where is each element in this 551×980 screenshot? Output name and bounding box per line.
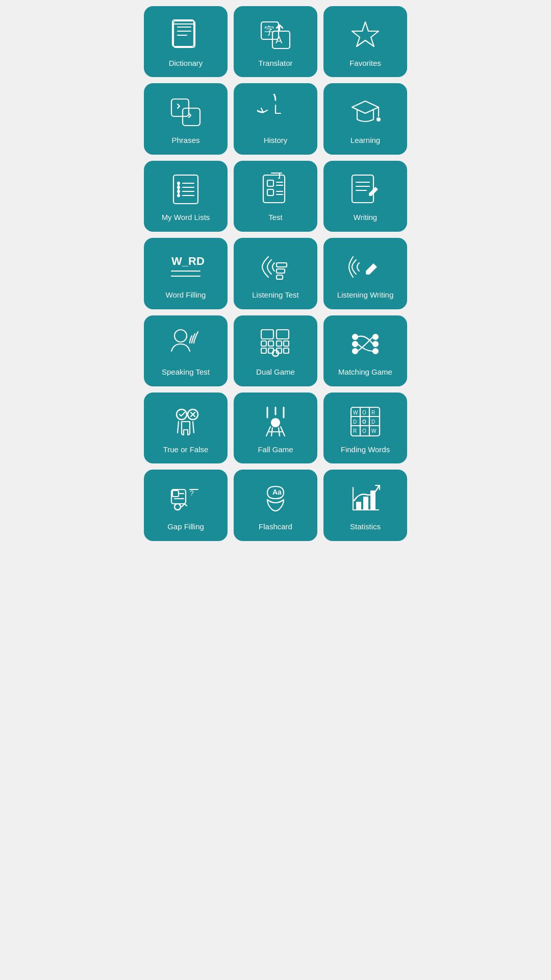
tile-writing[interactable]: Writing [323, 161, 407, 232]
svg-rect-26 [263, 175, 285, 203]
svg-text:R: R [353, 428, 357, 434]
gap-filling-icon: ? [167, 480, 204, 517]
svg-text:W_RD: W_RD [171, 255, 204, 267]
svg-rect-45 [261, 330, 273, 339]
svg-point-15 [377, 118, 380, 121]
test-label: Test [268, 213, 283, 222]
statistics-icon [347, 480, 384, 517]
tile-favorites[interactable]: Favorites [323, 6, 407, 77]
svg-text:D: D [353, 419, 357, 425]
tile-history[interactable]: History [234, 83, 317, 154]
my-word-lists-icon [167, 171, 204, 208]
svg-rect-54 [284, 348, 289, 353]
svg-text:D: D [371, 419, 375, 425]
learning-label: Learning [350, 136, 380, 145]
tile-translator[interactable]: 字ATranslator [234, 6, 317, 77]
svg-point-85 [174, 504, 181, 510]
svg-rect-91 [363, 497, 368, 510]
tile-test[interactable]: Test [234, 161, 317, 232]
listening-writing-label: Listening Writing [337, 290, 394, 300]
phrases-label: Phrases [171, 136, 199, 145]
svg-text:O: O [362, 428, 366, 434]
tile-listening-test[interactable]: Listening Test [234, 238, 317, 309]
svg-rect-30 [267, 189, 273, 195]
svg-rect-0 [173, 21, 195, 47]
svg-point-61 [373, 349, 378, 354]
svg-point-59 [373, 334, 378, 339]
tile-true-or-false[interactable]: True or False [144, 393, 228, 463]
svg-point-57 [353, 341, 358, 347]
svg-rect-84 [172, 491, 179, 497]
tile-flashcard[interactable]: AaFlashcard [234, 470, 317, 541]
svg-point-56 [353, 334, 358, 339]
dictionary-label: Dictionary [169, 59, 203, 68]
svg-text:A: A [276, 34, 283, 45]
svg-rect-43 [277, 275, 283, 279]
svg-point-23 [178, 186, 180, 188]
flashcard-icon: Aa [257, 480, 294, 517]
svg-point-58 [353, 349, 358, 354]
tile-matching-game[interactable]: Matching Game [323, 315, 407, 386]
finding-words-label: Finding Words [341, 445, 390, 454]
history-label: History [264, 136, 288, 145]
favorites-icon [347, 17, 384, 54]
tile-finding-words[interactable]: WORDODROWFinding Words [323, 393, 407, 463]
svg-point-67 [271, 419, 280, 427]
gap-filling-label: Gap Filling [167, 522, 204, 531]
svg-rect-51 [277, 341, 282, 346]
svg-rect-48 [261, 348, 266, 353]
favorites-label: Favorites [349, 59, 381, 68]
my-word-lists-label: My Word Lists [162, 213, 210, 222]
svg-marker-10 [352, 22, 379, 46]
tile-word-filling[interactable]: W_RDWord Filling [144, 238, 228, 309]
main-grid: Dictionary字ATranslatorFavoritesPhrasesHi… [138, 0, 413, 547]
matching-game-icon [347, 326, 384, 362]
phrases-icon [167, 94, 204, 131]
listening-test-label: Listening Test [252, 290, 298, 300]
svg-rect-90 [356, 502, 361, 510]
svg-point-24 [178, 190, 180, 192]
svg-rect-50 [277, 330, 289, 339]
tile-my-word-lists[interactable]: My Word Lists [144, 161, 228, 232]
speaking-test-label: Speaking Test [162, 368, 210, 377]
translator-label: Translator [259, 59, 293, 68]
listening-writing-icon [347, 249, 384, 285]
tile-dictionary[interactable]: Dictionary [144, 6, 228, 77]
svg-text:?: ? [190, 489, 194, 497]
flashcard-label: Flashcard [259, 522, 292, 531]
tile-fall-game[interactable]: Fall Game [234, 393, 317, 463]
svg-rect-52 [284, 341, 289, 346]
finding-words-icon: WORDODROW [347, 403, 384, 440]
svg-point-62 [177, 409, 187, 420]
tile-learning[interactable]: Learning [323, 83, 407, 154]
history-icon [257, 94, 294, 131]
listening-test-icon [257, 249, 294, 285]
learning-icon [347, 94, 384, 131]
svg-rect-16 [173, 175, 198, 204]
svg-rect-27 [267, 180, 273, 186]
tile-phrases[interactable]: Phrases [144, 83, 228, 154]
true-or-false-icon [167, 403, 204, 440]
svg-text:O: O [362, 419, 366, 425]
svg-rect-41 [277, 263, 287, 267]
matching-game-label: Matching Game [338, 368, 392, 377]
word-filling-label: Word Filling [166, 290, 206, 300]
tile-listening-writing[interactable]: Listening Writing [323, 238, 407, 309]
dictionary-icon [167, 17, 204, 54]
writing-label: Writing [354, 213, 377, 222]
statistics-label: Statistics [350, 522, 381, 531]
fall-game-label: Fall Game [258, 445, 293, 454]
svg-text:Aa: Aa [272, 488, 282, 496]
svg-text:W: W [371, 428, 377, 434]
svg-rect-47 [268, 341, 273, 346]
svg-point-44 [174, 330, 187, 342]
translator-icon: 字A [257, 17, 294, 54]
svg-point-25 [178, 194, 180, 197]
tile-speaking-test[interactable]: Speaking Test [144, 315, 228, 386]
tile-dual-game[interactable]: Dual Game [234, 315, 317, 386]
svg-rect-34 [352, 175, 373, 203]
fall-game-icon [257, 403, 294, 440]
tile-statistics[interactable]: Statistics [323, 470, 407, 541]
word-filling-icon: W_RD [167, 249, 204, 285]
tile-gap-filling[interactable]: ?Gap Filling [144, 470, 228, 541]
